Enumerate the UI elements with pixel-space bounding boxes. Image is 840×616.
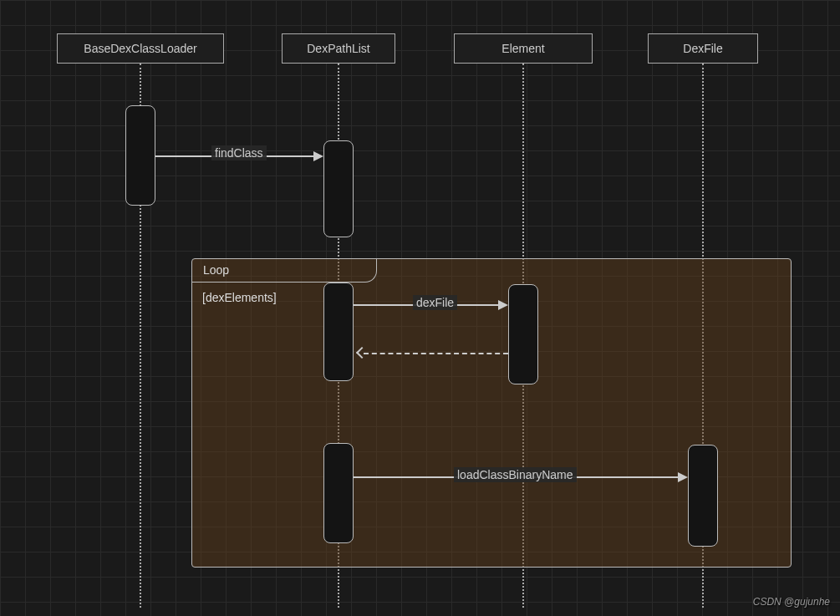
arrowhead-dexfile: [498, 300, 508, 310]
loop-condition: [dexElements]: [202, 291, 277, 304]
arrow-return-element: [364, 353, 508, 354]
activation-element: [508, 284, 538, 384]
arrowhead-loadclassbinaryname: [678, 472, 688, 482]
loop-title: Loop: [203, 263, 229, 277]
participant-label: BaseDexClassLoader: [84, 42, 196, 55]
participant-dexpathlist: DexPathList: [282, 33, 395, 64]
activation-dexpathlist-1: [323, 140, 354, 237]
msg-findclass: findClass: [211, 145, 267, 160]
msg-loadclassbinaryname: loadClassBinaryName: [454, 467, 577, 482]
participant-label: DexFile: [683, 42, 722, 55]
participant-basedexclassloader: BaseDexClassLoader: [57, 33, 224, 64]
activation-dexpathlist-2: [323, 283, 354, 381]
msg-dexfile: dexFile: [413, 295, 457, 310]
activation-dexfile: [688, 445, 718, 547]
activation-dexpathlist-3: [323, 443, 354, 543]
participant-label: DexPathList: [307, 42, 369, 55]
participant-label: Element: [501, 42, 544, 55]
watermark: CSDN @gujunhe: [753, 596, 830, 608]
loop-tab: Loop: [191, 258, 377, 283]
participant-dexfile: DexFile: [648, 33, 758, 64]
arrowhead-findclass: [313, 151, 323, 161]
activation-basedexclassloader: [125, 105, 155, 206]
participant-element: Element: [454, 33, 593, 64]
